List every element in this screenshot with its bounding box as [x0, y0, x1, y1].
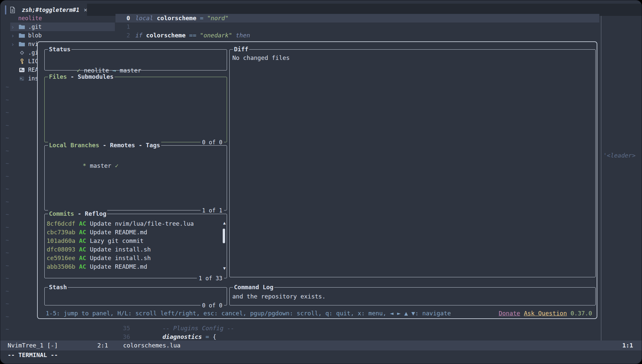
commit-row[interactable]: abb3506bACUpdate README.md	[47, 262, 227, 271]
lazygit-diff-panel[interactable]: Diff No changed files	[229, 49, 596, 277]
lazygit-files-panel[interactable]: Files - Submodules 0 of 0	[44, 77, 227, 142]
folder-icon	[18, 24, 25, 29]
branches-panel-title: Local Branches - Remotes - Tags	[48, 141, 161, 150]
commit-row[interactable]: cbc739abACUpdate README.md	[47, 228, 227, 237]
scroll-up-icon[interactable]: ▲	[223, 221, 226, 225]
commit-row[interactable]: 101ad60aACLazy git commit	[47, 237, 227, 245]
commit-row[interactable]: 8cf6dcdfACUpdate nvim/lua/file-tree.lua	[47, 219, 227, 228]
git-file-icon	[18, 51, 25, 54]
chevron-right-icon: ›	[11, 41, 18, 48]
files-panel-title: Files - Submodules	[48, 72, 115, 81]
empty-buffer-tildes: ~ ~ ~ ~ ~ ~ ~ ~ ~ ~ ~ ~ ~ ~ ~ ~ ~ ~ ~ ~	[6, 81, 9, 336]
commit-row[interactable]: ce5916eeACUpdate install.sh	[47, 254, 227, 262]
lazygit-commits-panel[interactable]: Commits - Reflog 8cf6dcdfACUpdate nvim/l…	[44, 214, 227, 278]
commits-panel-title: Commits - Reflog	[48, 209, 107, 218]
window-separator	[601, 16, 601, 341]
keybinding-hints: 1-5: jump to panel, H/L: scroll left/rig…	[46, 310, 451, 317]
donate-link[interactable]: Donate	[499, 310, 520, 317]
code-line-1[interactable]: 1	[119, 23, 135, 31]
tab-close-icon[interactable]: ×	[84, 6, 87, 13]
tree-root-label: neolite	[18, 15, 42, 22]
tree-item-readme[interactable]: M↓ REA	[0, 66, 38, 74]
code-line-35[interactable]: 35-- Plugins Config --	[119, 324, 234, 333]
tree-root[interactable]: neolite	[0, 14, 42, 23]
command-log-title: Command Log	[233, 283, 274, 292]
statusline-position-left: 2:1	[97, 341, 108, 350]
scrollbar-thumb[interactable]	[223, 229, 225, 243]
tree-item-gitignore[interactable]: .gi	[0, 48, 38, 57]
check-icon: ✓	[115, 162, 118, 169]
tab-title: zsh;#toggleterm#1	[22, 7, 79, 13]
diff-panel-title: Diff	[233, 45, 249, 54]
statusline: NvimTree_1 [-] 2:1 colorschemes.lua 1:1	[0, 341, 642, 350]
tree-item-git-folder[interactable]: › .git	[0, 23, 42, 31]
terminal-window: zsh;#toggleterm#1 × neolite › .git › blo…	[0, 0, 642, 364]
statusline-position-right: 1:1	[622, 341, 633, 350]
branches-count: 1 of 1	[201, 206, 224, 214]
leader-hint: '<leader>	[603, 152, 636, 159]
stash-panel-title: Stash	[48, 283, 68, 292]
code-line-0[interactable]: 0local colorscheme = "nord"	[119, 14, 229, 23]
tree-item-blob-folder[interactable]: › blob	[0, 31, 42, 40]
branch-row-master[interactable]: * master ✓	[45, 146, 227, 179]
folder-icon	[18, 42, 25, 46]
file-icon	[9, 7, 16, 13]
lazygit-branches-panel[interactable]: Local Branches - Remotes - Tags * master…	[44, 145, 227, 210]
tree-item-label: blob	[28, 32, 42, 39]
tree-item-nvim-folder[interactable]: › nvi	[0, 40, 38, 48]
statusline-filename: colorschemes.lua	[123, 341, 180, 350]
mode-indicator: -- TERMINAL --	[8, 350, 58, 360]
folder-icon	[18, 33, 25, 38]
key-icon	[18, 59, 25, 64]
lazygit-command-log-panel[interactable]: Command Log and the repository exists.	[229, 287, 596, 305]
markdown-icon: M↓	[18, 68, 25, 72]
scroll-down-icon[interactable]: ▼	[223, 266, 226, 271]
chevron-right-icon: ›	[11, 32, 18, 39]
terminal-file-icon: >_	[18, 76, 25, 81]
code-line-2[interactable]: 2if colorscheme == "onedark" then	[119, 31, 250, 40]
commits-count: 1 of 33	[197, 274, 224, 282]
statusline-buffer-name: NvimTree_1 [-]	[8, 341, 58, 350]
code-line-36[interactable]: 36diagnostics = {	[119, 333, 216, 341]
chevron-right-icon: ›	[11, 23, 18, 30]
status-panel-title: Status	[48, 45, 71, 54]
lazygit-status-panel[interactable]: Status ✓ neolite → master	[44, 49, 227, 70]
lazygit-stash-panel[interactable]: Stash 0 of 0	[44, 287, 227, 305]
tree-item-license[interactable]: LIC	[0, 57, 38, 66]
commit-row[interactable]: dfc08093ACUpdate install.sh	[47, 245, 227, 254]
ask-question-link[interactable]: Ask Question	[524, 310, 567, 317]
diff-content: No changed files	[230, 50, 595, 62]
stash-count: 0 of 0	[201, 301, 224, 309]
command-log-content: and the repository exists.	[230, 288, 595, 301]
lazygit-float-window: Status ✓ neolite → master Files - Submod…	[37, 41, 597, 319]
lazygit-version: 0.37.0	[571, 310, 592, 317]
tree-item-label: .git	[28, 23, 42, 30]
tab-active-indicator	[5, 5, 6, 15]
lazygit-help-bar: 1-5: jump to panel, H/L: scroll left/rig…	[46, 309, 592, 317]
